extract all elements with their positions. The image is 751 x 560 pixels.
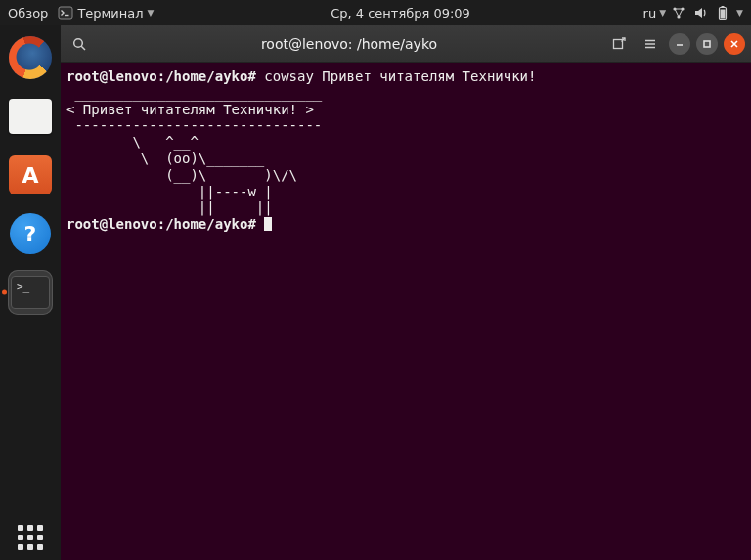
- terminal-content[interactable]: root@lenovo:/home/ayko# cowsay Привет чи…: [61, 63, 751, 560]
- software-icon: A: [9, 155, 52, 194]
- running-indicator: [2, 290, 7, 295]
- chevron-down-icon: ▼: [148, 8, 155, 18]
- window-title: root@lenovo: /home/ayko: [98, 36, 600, 52]
- svg-point-7: [74, 38, 83, 47]
- svg-rect-9: [704, 41, 710, 47]
- terminal-window: root@lenovo: /home/ayko root@len: [61, 25, 751, 560]
- app-menu-label: Терминал: [77, 6, 143, 21]
- chevron-down-icon: ▼: [736, 8, 743, 18]
- top-panel: Обзор Терминал ▼ Ср, 4 сентября 09:09 ru…: [0, 0, 751, 25]
- workspace: root@lenovo: /home/ayko root@len: [61, 25, 751, 560]
- svg-rect-5: [722, 6, 725, 8]
- dock-item-firefox[interactable]: [8, 35, 53, 80]
- activities-button[interactable]: Обзор: [8, 6, 48, 21]
- show-applications-button[interactable]: [0, 525, 61, 550]
- prompt: root@lenovo:/home/ayko#: [66, 68, 256, 84]
- svg-rect-0: [59, 7, 72, 19]
- files-icon: [9, 99, 52, 134]
- window-minimize-button[interactable]: [669, 33, 690, 55]
- search-icon: [71, 36, 87, 52]
- search-button[interactable]: [66, 31, 92, 57]
- window-maximize-button[interactable]: [696, 33, 718, 55]
- battery-icon[interactable]: [715, 5, 730, 21]
- terminal-icon: >_: [11, 276, 50, 309]
- chevron-down-icon: ▼: [659, 8, 666, 18]
- window-close-button[interactable]: [724, 33, 745, 55]
- dock-item-help[interactable]: ?: [8, 211, 53, 256]
- app-menu[interactable]: Терминал ▼: [54, 5, 157, 21]
- new-tab-icon: [611, 36, 627, 52]
- command-output: ______________________________ < Привет …: [66, 85, 322, 216]
- dock-item-terminal[interactable]: >_: [8, 270, 53, 315]
- keyboard-layout-indicator[interactable]: ru▼: [643, 6, 667, 21]
- cursor: [264, 217, 272, 231]
- help-icon: ?: [10, 213, 51, 254]
- dock-item-files[interactable]: [8, 94, 53, 139]
- hamburger-icon: [642, 36, 658, 52]
- firefox-icon: [9, 36, 52, 79]
- minimize-icon: [674, 38, 685, 50]
- prompt: root@lenovo:/home/ayko#: [66, 216, 256, 232]
- apps-grid-icon: [18, 525, 43, 550]
- window-titlebar: root@lenovo: /home/ayko: [61, 25, 751, 63]
- hamburger-menu-button[interactable]: [638, 31, 663, 57]
- volume-icon[interactable]: [693, 5, 709, 21]
- terminal-icon: [58, 5, 73, 21]
- close-icon: [729, 38, 740, 50]
- new-tab-button[interactable]: [606, 31, 632, 57]
- dock: A ? >_: [0, 25, 61, 560]
- maximize-icon: [701, 38, 713, 50]
- clock[interactable]: Ср, 4 сентября 09:09: [158, 6, 643, 21]
- network-icon[interactable]: [672, 5, 687, 21]
- svg-rect-6: [721, 10, 726, 19]
- command-text: cowsay Привет читателям Технички!: [264, 68, 536, 84]
- svg-rect-8: [614, 39, 623, 48]
- dock-item-software[interactable]: A: [8, 152, 53, 197]
